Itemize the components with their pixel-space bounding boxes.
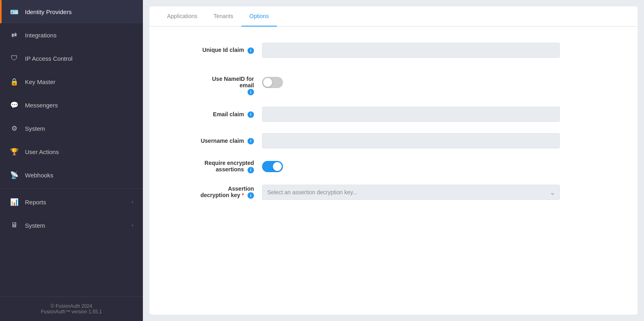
user-actions-icon: 🏆: [10, 147, 19, 156]
options-form: Unique Id claim i Use NameID foremail i: [149, 27, 638, 315]
require-encrypted-label: Require encryptedassertions i: [173, 160, 262, 173]
use-nameid-row: Use NameID foremail i: [173, 69, 613, 95]
sidebar-item-user-actions[interactable]: 🏆 User Actions: [0, 140, 143, 163]
sidebar: 🪪 Identity Providers ⇄ Integrations 🛡 IP…: [0, 0, 143, 321]
username-claim-label: Username claim i: [173, 138, 262, 144]
unique-id-claim-row: Unique Id claim i: [173, 43, 613, 58]
email-claim-input[interactable]: [262, 107, 560, 122]
unique-id-claim-input[interactable]: [262, 43, 560, 58]
sidebar-item-label: User Actions: [25, 148, 133, 155]
monitor-icon: 🖥: [10, 221, 19, 230]
sidebar-item-webhooks[interactable]: 📡 Webhooks: [0, 163, 143, 187]
assertion-key-select-wrapper: Select an assertion decryption key...: [262, 185, 560, 200]
sidebar-item-integrations[interactable]: ⇄ Integrations: [0, 23, 143, 47]
use-nameid-toggle-thumb: [263, 78, 272, 87]
sidebar-item-reports[interactable]: 📊 Reports ‹: [0, 190, 143, 214]
assertion-key-info-icon[interactable]: i: [248, 192, 254, 199]
use-nameid-label: Use NameID foremail i: [173, 69, 262, 95]
username-claim-input[interactable]: [262, 133, 560, 148]
sidebar-item-label: System: [25, 222, 125, 229]
sidebar-item-label: Webhooks: [25, 172, 133, 179]
sidebar-item-ip-access-control[interactable]: 🛡 IP Access Control: [0, 47, 143, 70]
sidebar-item-label: Integrations: [25, 32, 133, 39]
require-encrypted-info-icon[interactable]: i: [248, 167, 254, 173]
email-claim-label: Email claim i: [173, 111, 262, 118]
chevron-right-icon: ‹: [132, 199, 133, 205]
integrations-icon: ⇄: [10, 31, 19, 39]
sidebar-item-identity-providers[interactable]: 🪪 Identity Providers: [0, 0, 143, 23]
sidebar-divider: [0, 188, 143, 189]
username-claim-row: Username claim i: [173, 133, 613, 148]
sidebar-item-label: Reports: [25, 199, 125, 206]
use-nameid-info-icon[interactable]: i: [248, 89, 254, 95]
copyright-text: © FusionAuth 2024: [10, 303, 133, 309]
sidebar-item-label: IP Access Control: [25, 55, 133, 62]
tabs-bar: Applications Tenants Options: [149, 6, 638, 27]
sidebar-item-key-master[interactable]: 🔒 Key Master: [0, 70, 143, 93]
require-encrypted-toggle[interactable]: [262, 161, 283, 172]
unique-id-claim-label: Unique Id claim i: [173, 47, 262, 54]
chevron-right-icon: ‹: [132, 222, 133, 228]
shield-icon: 🛡: [10, 54, 19, 63]
tab-tenants[interactable]: Tenants: [206, 6, 242, 27]
sidebar-item-system2[interactable]: 🖥 System ‹: [0, 214, 143, 237]
sidebar-item-label: Messengers: [25, 102, 133, 109]
webhooks-icon: 📡: [10, 171, 19, 179]
assertion-key-label: Assertiondecryption key * i: [173, 185, 262, 199]
messengers-icon: 💬: [10, 101, 19, 109]
use-nameid-toggle-track: [262, 77, 283, 88]
system-icon: ⚙: [10, 124, 19, 133]
sidebar-item-label: Identity Providers: [25, 8, 133, 15]
content-panel: Applications Tenants Options Unique Id c…: [149, 6, 638, 315]
email-claim-row: Email claim i: [173, 107, 613, 122]
use-nameid-toggle[interactable]: [262, 77, 283, 88]
username-claim-info-icon[interactable]: i: [248, 138, 254, 144]
sidebar-item-messengers[interactable]: 💬 Messengers: [0, 93, 143, 117]
sidebar-footer: © FusionAuth 2024 FusionAuth™ version 1.…: [0, 296, 143, 321]
sidebar-item-label: System: [25, 125, 133, 132]
require-encrypted-toggle-thumb: [273, 162, 282, 171]
require-encrypted-toggle-track: [262, 161, 283, 172]
identity-providers-icon: 🪪: [10, 7, 19, 16]
reports-icon: 📊: [10, 198, 19, 206]
sidebar-item-system[interactable]: ⚙ System: [0, 117, 143, 140]
assertion-key-row: Assertiondecryption key * i Select an as…: [173, 185, 613, 200]
required-star: *: [242, 192, 244, 198]
sidebar-item-label: Key Master: [25, 78, 133, 85]
email-claim-info-icon[interactable]: i: [248, 111, 254, 118]
require-encrypted-row: Require encryptedassertions i: [173, 160, 613, 173]
key-icon: 🔒: [10, 77, 19, 86]
version-text: FusionAuth™ version 1.55.1: [10, 309, 133, 315]
tab-applications[interactable]: Applications: [159, 6, 206, 27]
tab-options[interactable]: Options: [242, 6, 277, 27]
assertion-key-select[interactable]: Select an assertion decryption key...: [262, 185, 560, 200]
unique-id-info-icon[interactable]: i: [248, 47, 254, 54]
main-content: Applications Tenants Options Unique Id c…: [143, 0, 644, 321]
